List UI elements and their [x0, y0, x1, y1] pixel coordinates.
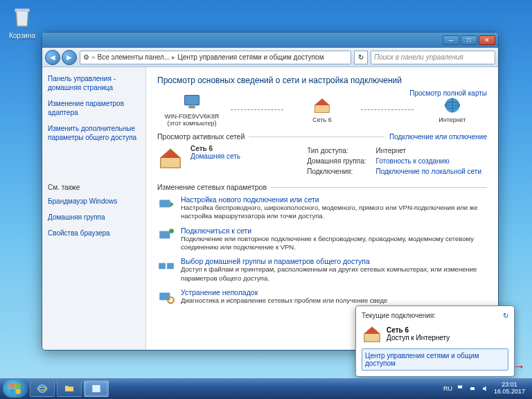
active-network: Сеть 6 Домашняя сеть Тип доступа:Интерне…: [157, 145, 487, 177]
taskbar: RU 23:0116.05.2017: [0, 378, 532, 399]
windows-icon: [9, 382, 21, 395]
clock[interactable]: 23:0116.05.2017: [494, 382, 525, 396]
folder-icon: [64, 383, 75, 394]
titlebar: ─ □ ✕: [42, 33, 498, 48]
network-map: Просмотр полной карты WIN-F0IE9VV6K8R(эт…: [157, 92, 487, 127]
search-input[interactable]: Поиск в панели управления: [371, 51, 495, 64]
homegroup-icon: [157, 257, 175, 275]
system-tray: RU 23:0116.05.2017: [443, 382, 529, 396]
homegroup-link[interactable]: Готовность к созданию: [372, 157, 486, 166]
connect-icon: [157, 227, 175, 245]
sidebar-home[interactable]: Панель управления - домашняя страница: [48, 74, 140, 92]
taskbar-control-panel[interactable]: [84, 380, 109, 397]
svg-rect-11: [10, 384, 15, 389]
computer-icon: [182, 92, 202, 112]
minimize-button[interactable]: ─: [443, 35, 459, 45]
sidebar: Панель управления - домашняя страница Из…: [42, 67, 146, 350]
page-title: Просмотр основных сведений о сети и наст…: [157, 76, 487, 85]
flag-icon[interactable]: [456, 384, 465, 393]
house-icon: [312, 96, 332, 115]
sidebar-adapter[interactable]: Изменение параметров адаптера: [48, 99, 140, 117]
svg-point-6: [169, 229, 174, 233]
house-icon: [157, 145, 184, 177]
address-bar: ◄ ► ⚙ « Все элементы панел... ▸ Центр уп…: [42, 48, 498, 67]
volume-icon[interactable]: [481, 384, 490, 393]
taskbar-ie[interactable]: [30, 380, 55, 397]
svg-rect-8: [167, 263, 174, 269]
task-homegroup: Выбор домашней группы и параметров общег…: [157, 257, 487, 283]
control-panel-window: ─ □ ✕ ◄ ► ⚙ « Все элементы панел... ▸ Це…: [42, 32, 499, 351]
node-network: Сеть 6: [287, 96, 357, 123]
sidebar-sharing[interactable]: Изменить дополнительные параметры общего…: [48, 124, 140, 142]
refresh-button[interactable]: ↻: [354, 51, 368, 64]
house-icon: [362, 323, 382, 344]
svg-rect-13: [10, 389, 15, 394]
trash-icon: [10, 6, 35, 30]
popup-network[interactable]: Сеть 6Доступ к Интернету: [362, 323, 508, 344]
svg-rect-18: [470, 387, 475, 390]
popup-center-link[interactable]: Центр управления сетями и общим доступом: [362, 348, 508, 371]
sidebar-homegroup[interactable]: Домашняя группа: [48, 213, 140, 222]
recycle-bin[interactable]: Корзина: [6, 6, 39, 39]
maximize-button[interactable]: □: [461, 35, 477, 45]
tray-lang[interactable]: RU: [443, 385, 452, 392]
svg-rect-1: [188, 106, 195, 109]
svg-rect-17: [92, 385, 100, 393]
svg-rect-5: [159, 231, 170, 238]
svg-point-15: [39, 385, 46, 393]
recycle-bin-label: Корзина: [6, 32, 39, 39]
network-tray-icon[interactable]: [469, 384, 477, 393]
connection-link[interactable]: Подключение по локальной сети: [372, 167, 486, 176]
refresh-icon[interactable]: ↻: [503, 312, 508, 319]
wizard-icon: [157, 195, 175, 213]
svg-rect-7: [159, 263, 166, 269]
ie-icon: [37, 383, 48, 394]
task-new-connection: Настройка нового подключения или сетиНас…: [157, 195, 487, 221]
task-troubleshoot: Устранение неполадокДиагностика и исправ…: [157, 288, 487, 306]
see-also-label: См. также: [48, 184, 140, 191]
network-type-link[interactable]: Домашняя сеть: [190, 152, 240, 160]
troubleshoot-icon: [157, 288, 175, 306]
node-pc: WIN-F0IE9VV6K8R(этот компьютер): [157, 92, 227, 127]
svg-rect-12: [16, 384, 21, 389]
task-connect: Подключиться к сетиПодключение или повто…: [157, 227, 487, 252]
svg-rect-14: [16, 389, 21, 394]
full-map-link[interactable]: Просмотр полной карты: [409, 89, 487, 97]
active-networks-label: Просмотр активных сетей: [157, 132, 245, 141]
close-button[interactable]: ✕: [479, 35, 495, 45]
start-button[interactable]: [3, 380, 28, 398]
svg-rect-4: [159, 200, 170, 208]
back-button[interactable]: ◄: [45, 50, 60, 65]
change-settings-label: Изменение сетевых параметров: [157, 183, 267, 191]
sidebar-browser[interactable]: Свойства браузера: [48, 229, 140, 238]
window-icon: [91, 383, 102, 394]
svg-rect-0: [185, 96, 200, 105]
connect-disconnect-link[interactable]: Подключение или отключение: [389, 133, 487, 141]
control-panel-icon: ⚙: [83, 53, 89, 61]
globe-icon: [443, 96, 462, 115]
taskbar-explorer[interactable]: [57, 380, 82, 397]
node-internet: Интернет: [418, 96, 487, 123]
network-popup: Текущие подключения: ↻ Сеть 6Доступ к Ин…: [355, 305, 515, 377]
sidebar-firewall[interactable]: Брандмауэр Windows: [48, 197, 140, 206]
forward-button[interactable]: ►: [62, 50, 77, 65]
breadcrumb[interactable]: ⚙ « Все элементы панел... ▸ Центр управл…: [80, 51, 351, 64]
popup-title: Текущие подключения:: [362, 312, 436, 319]
